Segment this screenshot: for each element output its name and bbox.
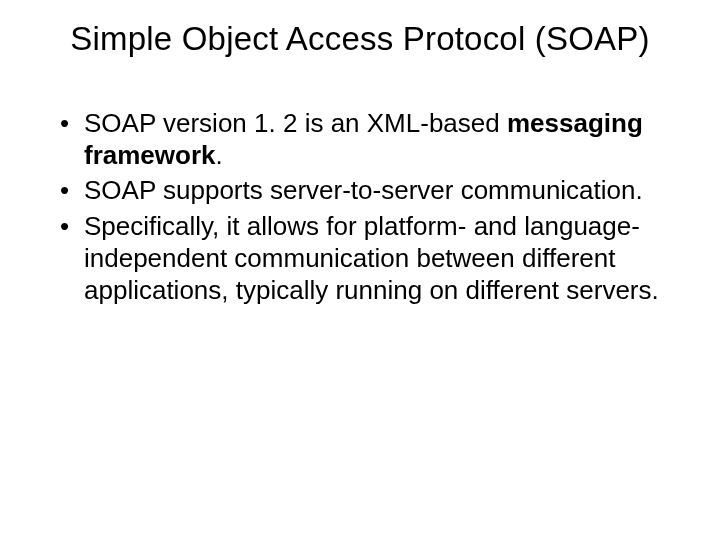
bullet-text-prefix: SOAP version 1. 2 is an XML-based <box>84 108 507 138</box>
bullet-text: Specifically, it allows for platform- an… <box>84 211 659 304</box>
bullet-text: SOAP supports server-to-server communica… <box>84 175 643 205</box>
bullet-text-suffix: . <box>216 140 223 170</box>
bullet-item: SOAP supports server-to-server communica… <box>60 175 680 207</box>
bullet-item: SOAP version 1. 2 is an XML-based messag… <box>60 108 680 171</box>
bullet-list: SOAP version 1. 2 is an XML-based messag… <box>40 108 680 306</box>
slide-title: Simple Object Access Protocol (SOAP) <box>40 20 680 58</box>
bullet-item: Specifically, it allows for platform- an… <box>60 211 680 306</box>
